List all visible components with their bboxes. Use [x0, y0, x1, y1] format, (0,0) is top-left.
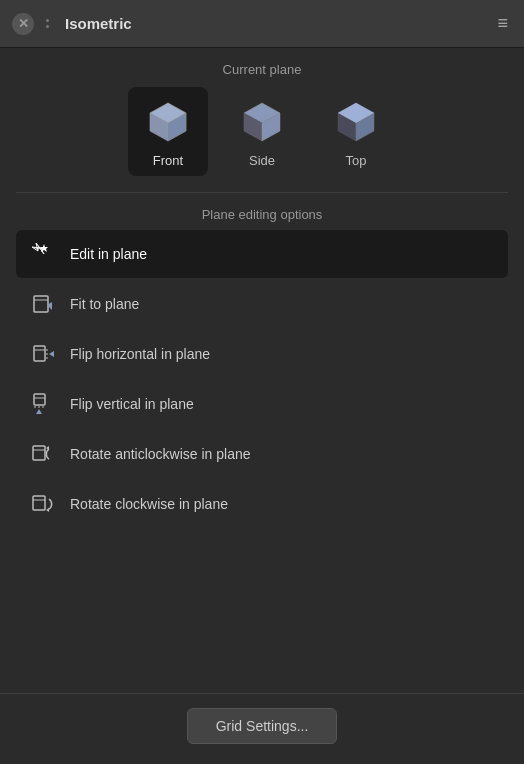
svg-marker-22 [49, 351, 54, 357]
svg-marker-16 [40, 244, 48, 252]
title-bar: ✕ Isometric ≡ [0, 0, 524, 48]
side-label: Side [249, 153, 275, 168]
flip-vertical-icon [30, 390, 58, 418]
plane-button-side[interactable]: Side [222, 87, 302, 176]
front-cube-icon [142, 95, 194, 147]
current-plane-label: Current plane [0, 48, 524, 87]
option-edit-in-plane[interactable]: Edit in plane [16, 230, 508, 278]
edit-in-plane-label: Edit in plane [70, 246, 147, 262]
option-list: Edit in plane Fit to plane [16, 230, 508, 528]
option-rotate-anticlockwise[interactable]: Rotate anticlockwise in plane [16, 430, 508, 478]
front-label: Front [153, 153, 183, 168]
title-bar-left: ✕ Isometric [12, 13, 132, 35]
panel-title: Isometric [65, 15, 132, 32]
flip-horizontal-label: Flip horizontal in plane [70, 346, 210, 362]
isometric-panel: ✕ Isometric ≡ Current plane [0, 0, 524, 764]
editing-section-label: Plane editing options [16, 193, 508, 230]
grid-settings-button[interactable]: Grid Settings... [187, 708, 338, 744]
svg-rect-17 [34, 296, 48, 312]
rotate-anticlockwise-label: Rotate anticlockwise in plane [70, 446, 251, 462]
panel-content: Current plane [0, 48, 524, 764]
svg-marker-33 [46, 508, 49, 512]
plane-button-front[interactable]: Front [128, 87, 208, 176]
top-cube-icon [330, 95, 382, 147]
svg-rect-31 [33, 496, 45, 510]
close-button[interactable]: ✕ [12, 13, 34, 35]
option-fit-to-plane[interactable]: Fit to plane [16, 280, 508, 328]
plane-button-group: Front Side [0, 87, 524, 192]
fit-to-plane-icon [30, 290, 58, 318]
top-label: Top [346, 153, 367, 168]
drag-handle[interactable] [44, 15, 51, 32]
svg-rect-28 [33, 446, 45, 460]
option-flip-horizontal[interactable]: Flip horizontal in plane [16, 330, 508, 378]
current-plane-section: Current plane [0, 48, 524, 192]
edit-in-plane-icon [30, 240, 58, 268]
svg-rect-24 [34, 394, 45, 405]
menu-button[interactable]: ≡ [493, 9, 512, 38]
fit-to-plane-label: Fit to plane [70, 296, 139, 312]
svg-marker-26 [36, 409, 42, 414]
rotate-anticlockwise-icon [30, 440, 58, 468]
plane-button-top[interactable]: Top [316, 87, 396, 176]
footer-section: Grid Settings... [0, 693, 524, 764]
flip-horizontal-icon [30, 340, 58, 368]
option-rotate-clockwise[interactable]: Rotate clockwise in plane [16, 480, 508, 528]
svg-rect-20 [34, 346, 45, 361]
option-flip-vertical[interactable]: Flip vertical in plane [16, 380, 508, 428]
rotate-clockwise-icon [30, 490, 58, 518]
flip-vertical-label: Flip vertical in plane [70, 396, 194, 412]
rotate-clockwise-label: Rotate clockwise in plane [70, 496, 228, 512]
side-cube-icon [236, 95, 288, 147]
plane-editing-section: Plane editing options Edit in plane [0, 193, 524, 693]
